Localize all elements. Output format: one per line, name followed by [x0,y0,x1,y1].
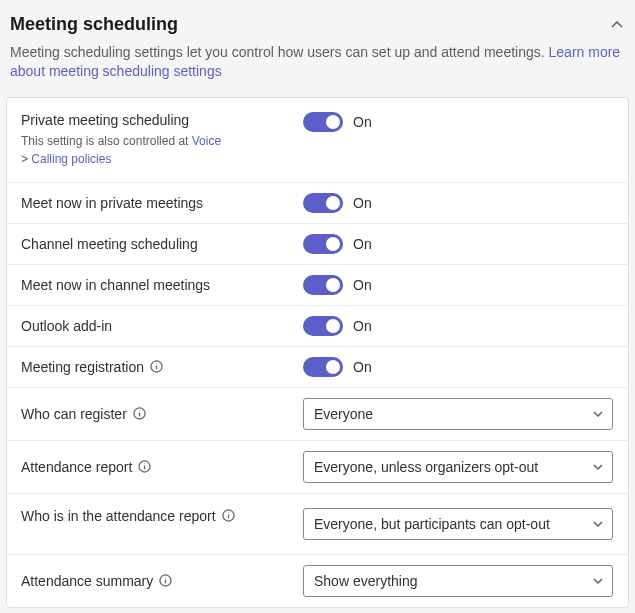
setting-label: Attendance report [21,459,132,475]
toggle-channel-meeting[interactable] [303,234,343,254]
voice-link[interactable]: Voice [192,134,221,148]
toggle-state-label: On [353,236,372,252]
row-attendance-report: Attendance report Everyone, unless organ… [7,441,628,494]
chevron-up-icon[interactable] [609,17,625,33]
select-value: Show everything [314,573,418,589]
row-private-meeting-scheduling: Private meeting scheduling This setting … [7,98,628,183]
row-outlook-addin: Outlook add-in On [7,306,628,347]
toggle-private-meeting[interactable] [303,112,343,132]
svg-point-14 [165,578,166,579]
select-value: Everyone, unless organizers opt-out [314,459,538,475]
select-attendance-summary[interactable]: Show everything [303,565,613,597]
row-meet-now-channel: Meet now in channel meetings On [7,265,628,306]
info-icon[interactable] [133,407,146,420]
label-col: Private meeting scheduling This setting … [21,112,303,168]
setting-label: Who can register [21,406,127,422]
row-who-can-register: Who can register Everyone [7,388,628,441]
setting-label: Outlook add-in [21,318,303,334]
toggle-state-label: On [353,359,372,375]
chevron-down-icon [592,518,604,530]
toggle-outlook-addin[interactable] [303,316,343,336]
setting-label: Meet now in private meetings [21,195,303,211]
svg-point-11 [228,513,229,514]
row-attendance-summary: Attendance summary Show everything [7,555,628,607]
toggle-meeting-registration[interactable] [303,357,343,377]
setting-label: Meeting registration [21,359,144,375]
svg-point-5 [139,411,140,412]
select-attendance-report[interactable]: Everyone, unless organizers opt-out [303,451,613,483]
chevron-down-icon [592,575,604,587]
toggle-state-label: On [353,318,372,334]
select-who-can-register[interactable]: Everyone [303,398,613,430]
setting-subtext: This setting is also controlled at Voice… [21,132,303,168]
description-text: Meeting scheduling settings let you cont… [10,44,549,60]
row-who-in-attendance-report: Who is in the attendance report Everyone… [7,494,628,555]
info-icon[interactable] [159,574,172,587]
row-channel-meeting-scheduling: Channel meeting scheduling On [7,224,628,265]
select-who-in-report[interactable]: Everyone, but participants can opt-out [303,508,613,540]
section-description: Meeting scheduling settings let you cont… [0,39,635,97]
chevron-down-icon [592,461,604,473]
toggle-state-label: On [353,277,372,293]
row-meeting-registration: Meeting registration On [7,347,628,388]
svg-point-2 [156,364,157,365]
section-title: Meeting scheduling [10,14,178,35]
select-value: Everyone [314,406,373,422]
setting-label: Who is in the attendance report [21,508,216,524]
info-icon[interactable] [222,509,235,522]
subtext-prefix: This setting is also controlled at [21,134,192,148]
svg-point-8 [144,464,145,465]
settings-card: Private meeting scheduling This setting … [6,97,629,608]
select-value: Everyone, but participants can opt-out [314,516,550,532]
toggle-state-label: On [353,114,372,130]
chevron-down-icon [592,408,604,420]
setting-label: Channel meeting scheduling [21,236,303,252]
toggle-meet-now-private[interactable] [303,193,343,213]
setting-label: Meet now in channel meetings [21,277,303,293]
breadcrumb-sep: > [21,152,31,166]
toggle-meet-now-channel[interactable] [303,275,343,295]
toggle-state-label: On [353,195,372,211]
info-icon[interactable] [150,360,163,373]
section-header: Meeting scheduling [0,0,635,39]
setting-label: Private meeting scheduling [21,112,303,128]
info-icon[interactable] [138,460,151,473]
setting-label: Attendance summary [21,573,153,589]
calling-policies-link[interactable]: Calling policies [31,152,111,166]
row-meet-now-private: Meet now in private meetings On [7,183,628,224]
control-col: On [303,112,614,132]
